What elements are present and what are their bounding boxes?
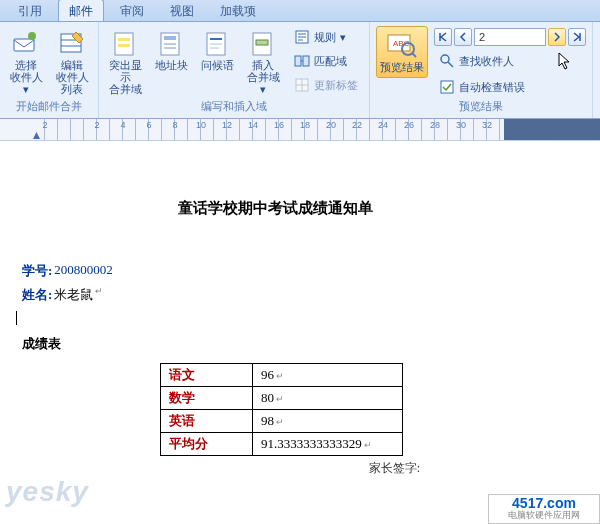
group-label-write: 编写和插入域 <box>201 99 267 116</box>
svg-rect-17 <box>256 40 268 45</box>
nav-next-button[interactable] <box>548 28 566 46</box>
address-block-icon <box>157 29 185 57</box>
subject-cell: 英语 <box>161 409 253 432</box>
tab-view[interactable]: 视图 <box>160 0 204 21</box>
document-page: 童话学校期中考试成绩通知单 学号: 200800002 姓名: 米老鼠↵ 成绩表… <box>0 179 600 524</box>
subject-cell: 数学 <box>161 386 253 409</box>
tab-review[interactable]: 审阅 <box>110 0 154 21</box>
record-number-input[interactable] <box>474 28 546 46</box>
score-cell: 96↵ <box>253 363 403 386</box>
nav-prev-button[interactable] <box>454 28 472 46</box>
svg-rect-19 <box>295 56 301 66</box>
match-icon <box>294 53 310 69</box>
name-label: 姓名: <box>22 286 52 304</box>
nav-first-button[interactable] <box>434 28 452 46</box>
svg-rect-0 <box>14 39 34 51</box>
table-row: 平均分91.3333333333329↵ <box>161 432 403 455</box>
parent-sign-label: 家长签字: <box>30 460 420 477</box>
edit-list-icon <box>58 29 86 57</box>
match-fields-button[interactable]: 匹配域 <box>289 50 363 72</box>
score-section-label: 成绩表 <box>22 335 520 353</box>
ruler-numbers: 22468101214161820222426283032343638 <box>32 120 578 130</box>
ribbon-tabs: 引用 邮件 审阅 视图 加载项 <box>0 0 600 22</box>
table-row: 英语98↵ <box>161 409 403 432</box>
insert-field-icon <box>249 29 277 57</box>
student-id-label: 学号: <box>22 262 52 280</box>
find-recipient-button[interactable]: 查找收件人 <box>434 50 586 72</box>
preview-results-button[interactable]: ABC 预览结果 <box>376 26 428 78</box>
svg-point-1 <box>28 32 36 40</box>
address-block-button[interactable]: 地址块 <box>151 26 191 74</box>
horizontal-ruler[interactable]: 22468101214161820222426283032343638 <box>0 119 600 141</box>
group-label-start: 开始邮件合并 <box>16 99 82 116</box>
svg-rect-9 <box>164 36 176 40</box>
ruler-margin-right <box>504 119 600 141</box>
record-navigator <box>434 28 586 46</box>
insert-merge-field-button[interactable]: 插入合并域 ▾ <box>243 26 283 98</box>
svg-line-25 <box>412 53 416 57</box>
check-errors-icon <box>439 79 455 95</box>
subject-cell: 平均分 <box>161 432 253 455</box>
svg-point-26 <box>441 55 449 63</box>
student-id-line: 学号: 200800002 <box>22 262 520 280</box>
update-labels-icon <box>294 77 310 93</box>
greeting-line-button[interactable]: 问候语 <box>197 26 237 74</box>
ribbon-group-start-merge: 选择收件人 ▾ 编辑收件人列表 开始邮件合并 <box>0 22 99 118</box>
nav-last-button[interactable] <box>568 28 586 46</box>
auto-check-errors-button[interactable]: 自动检查错误 <box>434 76 586 98</box>
rules-icon <box>294 29 310 45</box>
doc-title: 童话学校期中考试成绩通知单 <box>30 199 520 218</box>
ribbon: 选择收件人 ▾ 编辑收件人列表 开始邮件合并 突出显示合并域 <box>0 22 600 119</box>
rules-button[interactable]: 规则 ▾ <box>289 26 363 48</box>
group-label-preview: 预览结果 <box>459 99 503 116</box>
tab-mailings[interactable]: 邮件 <box>58 0 104 21</box>
greeting-icon <box>203 29 231 57</box>
edit-recipient-list-button[interactable]: 编辑收件人列表 <box>52 26 92 98</box>
name-line: 姓名: 米老鼠↵ <box>22 286 520 304</box>
score-cell: 91.3333333333329↵ <box>253 432 403 455</box>
svg-rect-20 <box>303 56 309 66</box>
select-recipients-button[interactable]: 选择收件人 ▾ <box>6 26 46 98</box>
svg-line-27 <box>448 62 453 67</box>
svg-rect-6 <box>118 38 130 41</box>
search-icon <box>439 53 455 69</box>
document-area[interactable]: 童话学校期中考试成绩通知单 学号: 200800002 姓名: 米老鼠↵ 成绩表… <box>0 141 600 524</box>
score-cell: 80↵ <box>253 386 403 409</box>
highlight-merge-fields-button[interactable]: 突出显示合并域 <box>105 26 145 98</box>
svg-rect-28 <box>441 81 453 93</box>
envelope-people-icon <box>12 29 40 57</box>
preview-magnifier-icon: ABC <box>386 31 418 59</box>
name-value: 米老鼠 <box>54 286 93 304</box>
subject-cell: 语文 <box>161 363 253 386</box>
score-table: 语文96↵ 数学80↵ 英语98↵ 平均分91.3333333333329↵ <box>160 363 403 456</box>
update-labels-button[interactable]: 更新标签 <box>289 74 363 96</box>
table-row: 语文96↵ <box>161 363 403 386</box>
ribbon-group-preview: ABC 预览结果 <box>370 22 593 118</box>
text-caret <box>16 311 17 325</box>
svg-rect-7 <box>118 44 130 47</box>
tab-addins[interactable]: 加载项 <box>210 0 266 21</box>
score-cell: 98↵ <box>253 409 403 432</box>
table-row: 数学80↵ <box>161 386 403 409</box>
ribbon-group-write-fields: 突出显示合并域 地址块 问候语 <box>99 22 370 118</box>
student-id-value: 200800002 <box>54 262 113 280</box>
tab-references[interactable]: 引用 <box>8 0 52 21</box>
highlight-icon <box>111 29 139 57</box>
